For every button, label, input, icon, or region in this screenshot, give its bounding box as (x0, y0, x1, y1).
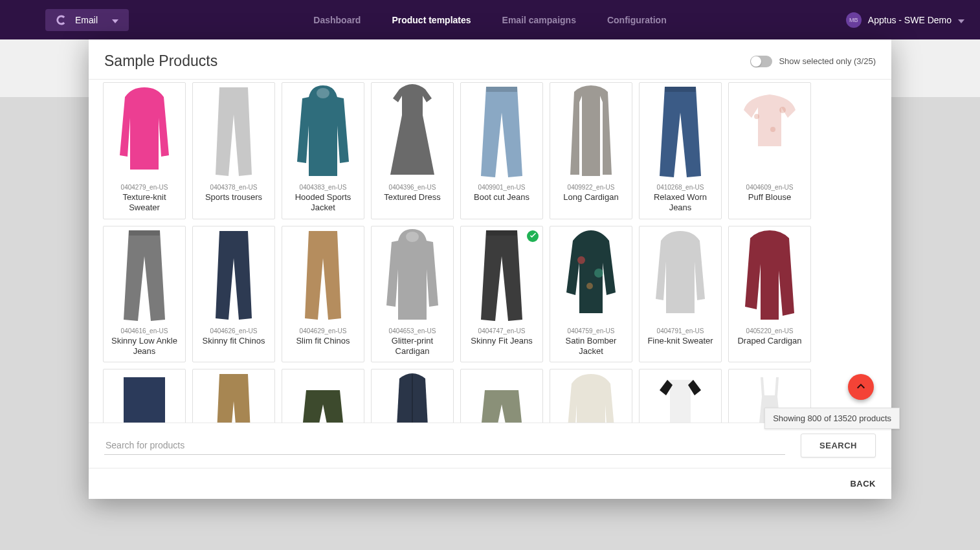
svg-rect-2 (665, 87, 696, 92)
product-card[interactable]: 0404759_en-USSatin Bomber Jacket (550, 226, 632, 363)
product-image (112, 228, 177, 324)
search-button[interactable]: SEARCH (801, 434, 876, 457)
avatar: MB (846, 12, 862, 28)
product-image (380, 228, 445, 324)
nav-tab-configuration[interactable]: Configuration (607, 15, 667, 25)
svg-rect-12 (124, 377, 165, 423)
product-name: Hooded Sports Jacket (285, 192, 361, 214)
product-grid: 0404279_en-USTexture-knit Sweater0404378… (103, 82, 877, 423)
product-image (112, 84, 177, 180)
logo-swirl-icon (56, 14, 67, 26)
product-card[interactable]: 0404279_en-USTexture-knit Sweater (103, 82, 186, 219)
product-count-tooltip: Showing 800 of 13520 products (764, 408, 900, 429)
product-sku: 0404279_en-US (121, 184, 168, 191)
product-name: Relaxed Worn Jeans (642, 192, 718, 214)
modal-title: Sample Products (104, 52, 217, 70)
svg-point-11 (586, 283, 593, 289)
scroll-up-fab[interactable] (848, 374, 874, 400)
email-dropdown-label: Email (75, 15, 98, 25)
product-name: Skinny fit Chinos (203, 336, 265, 346)
product-card[interactable] (639, 369, 722, 423)
product-card[interactable]: 0404609_en-USPuff Blouse (728, 82, 811, 219)
svg-point-9 (577, 256, 585, 264)
product-card[interactable] (460, 369, 543, 423)
product-image (559, 84, 623, 180)
product-name: Sports trousers (205, 192, 262, 203)
product-name: Draped Cardigan (737, 336, 801, 346)
product-name: Satin Bomber Jacket (553, 336, 629, 357)
product-sku: 0404378_en-US (210, 184, 258, 191)
product-card[interactable]: 0404378_en-USSports trousers (192, 82, 275, 219)
product-image (648, 84, 713, 180)
product-sku: 0404396_en-US (389, 184, 436, 191)
sample-products-modal: Sample Products Show selected only (3/25… (89, 39, 891, 499)
product-card[interactable]: 0409922_en-USLong Cardigan (550, 82, 632, 219)
modal-header: Sample Products Show selected only (3/25… (89, 39, 891, 80)
product-sku: 0404383_en-US (300, 184, 347, 191)
chevron-down-icon (958, 15, 964, 25)
product-card[interactable]: 0404616_en-USSkinny Low Ankle Jeans (103, 226, 186, 363)
product-image (648, 228, 713, 324)
product-image (112, 371, 177, 423)
show-selected-toggle[interactable] (750, 56, 772, 67)
product-name: Skinny Low Ankle Jeans (106, 336, 183, 357)
show-selected-label: Show selected only (3/25) (779, 56, 876, 66)
product-card[interactable] (371, 369, 454, 423)
search-input[interactable] (104, 436, 785, 455)
chevron-up-icon (856, 380, 866, 393)
product-image (469, 371, 534, 423)
user-label: Apptus - SWE Demo (868, 15, 952, 25)
product-name: Slim fit Chinos (296, 336, 350, 346)
product-card[interactable]: 0410268_en-USRelaxed Worn Jeans (639, 82, 722, 219)
product-image (201, 228, 266, 324)
nav-tabs: DashboardProduct templatesEmail campaign… (313, 15, 666, 25)
product-sku: 0404626_en-US (210, 327, 258, 335)
product-card[interactable]: 0404791_en-USFine-knit Sweater (639, 226, 722, 363)
product-card[interactable]: 0404747_en-USSkinny Fit Jeans (460, 226, 543, 363)
modal-body[interactable]: 0404279_en-USTexture-knit Sweater0404378… (89, 80, 891, 423)
product-sku: 0404791_en-US (657, 327, 704, 335)
product-card[interactable] (103, 369, 186, 423)
svg-point-5 (770, 127, 775, 132)
product-card[interactable]: 0409901_en-USBoot cut Jeans (460, 82, 543, 219)
product-image (291, 84, 355, 180)
svg-point-3 (754, 114, 759, 119)
show-selected-toggle-area: Show selected only (3/25) (750, 56, 876, 67)
email-dropdown[interactable]: Email (45, 9, 129, 31)
product-image (201, 371, 266, 423)
product-sku: 0410268_en-US (657, 184, 704, 191)
product-image (469, 228, 534, 324)
svg-point-4 (779, 107, 786, 113)
product-sku: 0404616_en-US (121, 327, 168, 335)
nav-tab-product-templates[interactable]: Product templates (392, 15, 471, 25)
product-name: Texture-knit Sweater (106, 192, 183, 214)
user-menu[interactable]: MB Apptus - SWE Demo (846, 12, 964, 28)
product-card[interactable]: 0404629_en-USSlim fit Chinos (282, 226, 364, 363)
svg-rect-1 (486, 87, 517, 92)
product-image (559, 371, 623, 423)
product-card[interactable]: 0405220_en-USDraped Cardigan (728, 226, 811, 363)
product-name: Skinny Fit Jeans (471, 336, 532, 346)
nav-tab-dashboard[interactable]: Dashboard (313, 15, 361, 25)
product-image (380, 371, 445, 423)
product-card[interactable]: 0404653_en-USGlitter-print Cardigan (371, 226, 454, 363)
product-name: Fine-knit Sweater (647, 336, 713, 346)
svg-rect-6 (129, 230, 160, 236)
product-card[interactable]: 0404396_en-USTextured Dress (371, 82, 454, 219)
product-image (737, 84, 802, 180)
search-row: SEARCH (89, 423, 891, 468)
product-card[interactable] (550, 369, 632, 423)
product-card[interactable]: 0404383_en-USHooded Sports Jacket (282, 82, 364, 219)
product-card[interactable]: 0404626_en-USSkinny fit Chinos (192, 226, 275, 363)
product-card[interactable] (282, 369, 364, 423)
product-card[interactable] (192, 369, 275, 423)
product-sku: 0409901_en-US (478, 184, 526, 191)
nav-tab-email-campaigns[interactable]: Email campaigns (502, 15, 576, 25)
product-image (291, 228, 355, 324)
svg-point-10 (594, 269, 603, 278)
back-button[interactable]: BACK (850, 479, 876, 489)
chevron-down-icon (112, 15, 118, 25)
product-image (291, 371, 355, 423)
svg-rect-8 (486, 230, 517, 236)
svg-point-0 (317, 88, 329, 98)
